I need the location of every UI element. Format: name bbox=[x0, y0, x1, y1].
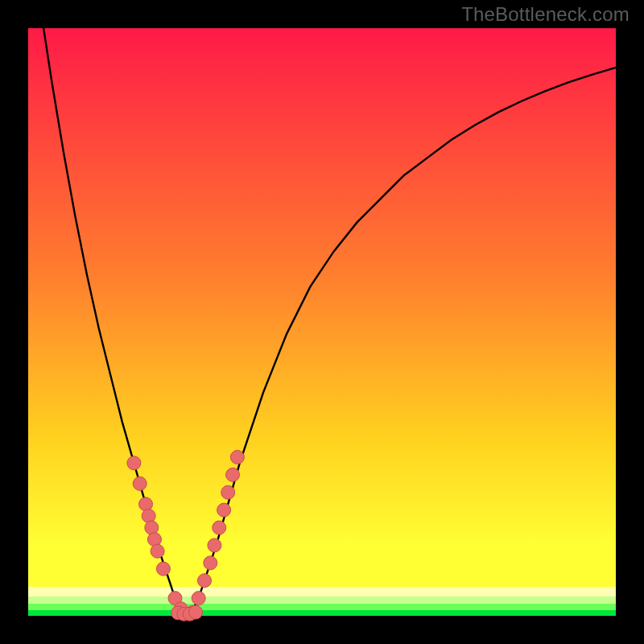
bottleneck-curve bbox=[28, 0, 616, 616]
data-dot bbox=[204, 556, 217, 570]
data-dot bbox=[221, 485, 235, 499]
data-dots bbox=[127, 450, 244, 621]
data-dot bbox=[208, 539, 221, 552]
data-dot bbox=[192, 592, 205, 605]
data-dot bbox=[217, 503, 231, 517]
data-dot bbox=[151, 544, 164, 558]
watermark-text: TheBottleneck.com bbox=[461, 3, 630, 26]
plot-area bbox=[28, 28, 616, 616]
chart-frame: TheBottleneck.com bbox=[0, 0, 644, 644]
data-dot bbox=[198, 574, 212, 588]
data-dot bbox=[226, 468, 240, 481]
data-dot bbox=[156, 562, 170, 576]
data-dot bbox=[133, 477, 147, 490]
data-dot bbox=[127, 456, 141, 470]
data-dot bbox=[230, 450, 244, 464]
chart-svg bbox=[28, 28, 616, 616]
data-dot bbox=[189, 605, 203, 619]
data-dot bbox=[213, 521, 226, 535]
